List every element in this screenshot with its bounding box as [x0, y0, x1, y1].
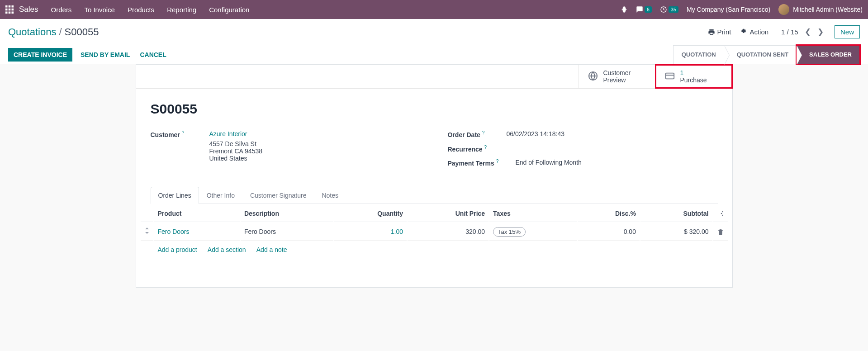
- col-taxes[interactable]: Taxes: [489, 205, 577, 222]
- col-subtotal[interactable]: Subtotal: [640, 205, 712, 222]
- breadcrumb-parent[interactable]: Quotations: [8, 26, 56, 38]
- user-name: Mitchell Admin (Website): [793, 6, 863, 13]
- activities-badge: 35: [669, 6, 678, 13]
- svg-rect-3: [5, 9, 8, 11]
- top-navbar: Sales Orders To Invoice Products Reporti…: [0, 0, 868, 19]
- messaging-icon[interactable]: 6: [636, 6, 652, 13]
- help-icon[interactable]: ?: [482, 130, 485, 135]
- customer-preview-button[interactable]: Customer Preview: [579, 65, 655, 88]
- pager: 1 / 15 ❮ ❯: [781, 27, 824, 37]
- customer-addr2: Fremont CA 94538: [209, 147, 421, 155]
- pager-text[interactable]: 1 / 15: [781, 28, 798, 36]
- cancel-button[interactable]: CANCEL: [140, 51, 166, 58]
- help-icon[interactable]: ?: [496, 159, 499, 164]
- cell-product[interactable]: Fero Doors: [154, 223, 240, 240]
- create-invoice-button[interactable]: CREATE INVOICE: [8, 48, 72, 62]
- activities-icon[interactable]: 35: [660, 6, 678, 13]
- tab-order-lines[interactable]: Order Lines: [151, 187, 199, 204]
- cell-unit-price[interactable]: 320.00: [408, 223, 489, 240]
- new-button[interactable]: New: [835, 25, 860, 38]
- col-quantity[interactable]: Quantity: [334, 205, 407, 222]
- svg-rect-5: [12, 9, 14, 11]
- payment-terms-value[interactable]: End of Following Month: [516, 159, 718, 166]
- add-note-link[interactable]: Add a note: [256, 246, 287, 253]
- drag-handle-icon[interactable]: [141, 223, 153, 240]
- svg-rect-2: [12, 5, 14, 8]
- action-bar: CREATE INVOICE SEND BY EMAIL CANCEL QUOT…: [0, 45, 868, 64]
- svg-rect-6: [5, 12, 8, 14]
- svg-rect-8: [12, 12, 14, 14]
- delete-row-icon[interactable]: [717, 228, 724, 235]
- purchase-label: Purchase: [680, 76, 707, 84]
- col-product[interactable]: Product: [154, 205, 240, 222]
- add-section-link[interactable]: Add a section: [208, 246, 246, 253]
- add-product-link[interactable]: Add a product: [158, 246, 197, 253]
- customer-preview-label2: Preview: [603, 76, 631, 84]
- messaging-badge: 6: [645, 6, 652, 13]
- cell-disc[interactable]: 0.00: [578, 223, 640, 240]
- apps-icon[interactable]: [5, 5, 14, 14]
- status-bar: QUOTATION QUOTATION SENT SALES ORDER: [673, 45, 860, 64]
- breadcrumb-bar: Quotations / S00055 Print Action 1 / 15 …: [0, 19, 868, 45]
- col-description[interactable]: Description: [241, 205, 333, 222]
- order-date-value[interactable]: 06/02/2023 14:18:43: [507, 130, 718, 138]
- pager-prev-icon[interactable]: ❮: [805, 28, 811, 36]
- breadcrumb-sep: /: [59, 26, 62, 38]
- breadcrumb-current: S00055: [65, 26, 99, 38]
- tab-customer-signature[interactable]: Customer Signature: [242, 187, 314, 204]
- status-sales-order[interactable]: SALES ORDER: [797, 45, 860, 64]
- recurrence-label: Recurrence ?: [448, 145, 507, 153]
- svg-point-14: [721, 213, 722, 214]
- menu-to-invoice[interactable]: To Invoice: [84, 6, 115, 14]
- customer-addr1: 4557 De Silva St: [209, 140, 421, 147]
- status-quotation-sent[interactable]: QUOTATION SENT: [724, 45, 797, 64]
- col-unit-price[interactable]: Unit Price: [408, 205, 489, 222]
- tab-notes[interactable]: Notes: [314, 187, 346, 204]
- cell-quantity[interactable]: 1.00: [334, 223, 407, 240]
- company-switcher[interactable]: My Company (San Francisco): [687, 6, 770, 13]
- customer-preview-label1: Customer: [603, 69, 631, 76]
- purchase-button[interactable]: 1 Purchase: [655, 65, 732, 88]
- columns-settings-icon[interactable]: [717, 209, 724, 217]
- purchase-count: 1: [680, 69, 707, 76]
- svg-rect-11: [665, 73, 674, 79]
- credit-card-icon: [665, 71, 675, 82]
- help-icon[interactable]: ?: [484, 145, 487, 150]
- send-by-email-button[interactable]: SEND BY EMAIL: [81, 51, 130, 58]
- customer-label: Customer ?: [151, 130, 209, 138]
- tab-other-info[interactable]: Other Info: [199, 187, 242, 204]
- user-menu[interactable]: Mitchell Admin (Website): [778, 4, 863, 15]
- menu-configuration[interactable]: Configuration: [209, 6, 249, 14]
- svg-rect-4: [9, 9, 11, 11]
- menu-orders[interactable]: Orders: [51, 6, 72, 14]
- customer-addr3: United States: [209, 155, 421, 162]
- cell-taxes[interactable]: Tax 15%: [489, 223, 577, 240]
- menu-products[interactable]: Products: [128, 6, 154, 14]
- tabs: Order Lines Other Info Customer Signatur…: [151, 187, 718, 204]
- col-disc[interactable]: Disc.%: [578, 205, 640, 222]
- svg-point-13: [722, 211, 723, 213]
- order-date-label: Order Date ?: [448, 130, 507, 138]
- tax-pill[interactable]: Tax 15%: [493, 227, 526, 237]
- record-title: S00055: [151, 101, 718, 117]
- print-button[interactable]: Print: [708, 28, 731, 36]
- pager-next-icon[interactable]: ❯: [817, 28, 824, 36]
- globe-icon: [588, 71, 598, 82]
- customer-link[interactable]: Azure Interior: [209, 130, 247, 138]
- svg-rect-1: [9, 5, 11, 8]
- cell-subtotal: $ 320.00: [640, 223, 712, 240]
- app-brand[interactable]: Sales: [19, 5, 38, 14]
- payment-terms-label: Payment Terms ?: [448, 159, 516, 167]
- menu-reporting[interactable]: Reporting: [167, 6, 196, 14]
- help-icon[interactable]: ?: [182, 130, 185, 135]
- svg-rect-7: [9, 12, 11, 14]
- svg-rect-0: [5, 5, 8, 8]
- svg-point-15: [722, 215, 723, 216]
- debug-icon[interactable]: [621, 6, 628, 13]
- status-quotation[interactable]: QUOTATION: [673, 45, 724, 64]
- table-row[interactable]: Fero Doors Fero Doors 1.00 320.00 Tax 15…: [141, 223, 728, 240]
- button-box: Customer Preview 1 Purchase: [136, 65, 732, 89]
- action-button[interactable]: Action: [740, 28, 768, 36]
- cell-description[interactable]: Fero Doors: [241, 223, 333, 240]
- order-lines-table: Product Description Quantity Unit Price …: [140, 204, 729, 287]
